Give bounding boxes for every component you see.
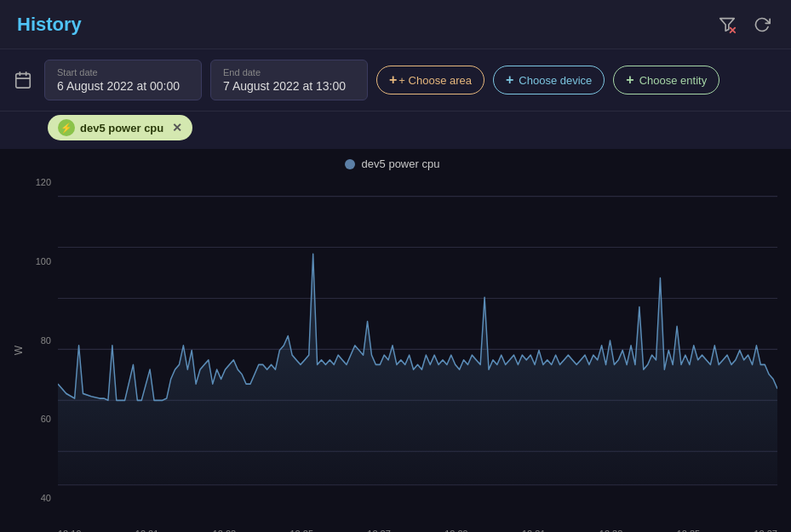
chart-fill bbox=[58, 254, 777, 484]
choose-area-button[interactable]: + + Choose area bbox=[376, 66, 484, 94]
x-label-1229: 12:29 bbox=[444, 529, 468, 532]
choose-device-button[interactable]: + Choose device bbox=[493, 66, 605, 94]
chart-legend: dev5 power cpu bbox=[7, 157, 777, 170]
start-date-value: 6 August 2022 at 00:00 bbox=[57, 79, 189, 93]
chart-area: dev5 power cpu W 120 100 80 60 40 bbox=[0, 149, 791, 532]
x-label-1233: 12:33 bbox=[599, 529, 623, 532]
app-container: History bbox=[0, 0, 791, 532]
choose-entity-button[interactable]: + Choose entity bbox=[613, 66, 719, 94]
entity-chip-icon: ⚡ bbox=[58, 119, 75, 136]
x-label-1221: 12:21 bbox=[135, 529, 159, 532]
x-label-1227: 12:27 bbox=[367, 529, 391, 532]
x-label-1235: 12:35 bbox=[677, 529, 701, 532]
y-label-60: 60 bbox=[41, 414, 51, 424]
choose-device-label: Choose device bbox=[519, 74, 592, 87]
calendar-icon bbox=[14, 71, 32, 89]
start-date-label: Start date bbox=[57, 67, 189, 77]
x-label-1223: 12:23 bbox=[213, 529, 237, 532]
x-label-1231: 12:31 bbox=[522, 529, 546, 532]
choose-entity-plus: + bbox=[626, 72, 633, 88]
chart-wrapper: W 120 100 80 60 40 bbox=[7, 177, 777, 523]
choose-device-plus: + bbox=[506, 72, 513, 88]
x-axis: 12:19 12:21 12:23 12:25 12:27 12:29 12:3… bbox=[58, 527, 777, 532]
entity-chip[interactable]: ⚡ dev5 power cpu ✕ bbox=[48, 115, 192, 140]
header: History bbox=[0, 0, 791, 49]
end-date-field[interactable]: End date 7 August 2022 at 13:00 bbox=[210, 60, 368, 100]
start-date-field[interactable]: Start date 6 August 2022 at 00:00 bbox=[44, 60, 202, 100]
end-date-label: End date bbox=[223, 67, 355, 77]
filter-x-icon bbox=[718, 15, 737, 34]
refresh-icon bbox=[754, 16, 771, 33]
active-entities-row: ⚡ dev5 power cpu ✕ bbox=[0, 112, 791, 149]
x-label-1237: 12:37 bbox=[754, 529, 777, 532]
choose-area-label: + Choose area bbox=[398, 74, 472, 87]
entity-chip-close-button[interactable]: ✕ bbox=[172, 121, 182, 134]
y-axis: 120 100 80 60 40 bbox=[31, 177, 58, 523]
legend-label: dev5 power cpu bbox=[362, 157, 440, 170]
x-label-1219: 12:19 bbox=[58, 529, 82, 532]
y-label-120: 120 bbox=[36, 177, 51, 187]
y-label-100: 100 bbox=[36, 256, 51, 266]
page-title: History bbox=[17, 14, 82, 36]
clear-filters-button[interactable] bbox=[714, 12, 740, 37]
choose-entity-label: Choose entity bbox=[639, 74, 708, 87]
end-date-value: 7 August 2022 at 13:00 bbox=[223, 79, 355, 93]
x-label-1225: 12:25 bbox=[289, 529, 313, 532]
choose-area-plus: + bbox=[389, 72, 397, 88]
y-label-40: 40 bbox=[41, 493, 51, 503]
main-chart bbox=[58, 177, 777, 523]
y-axis-unit: W bbox=[13, 346, 25, 355]
y-label-80: 80 bbox=[41, 335, 51, 346]
header-actions bbox=[714, 12, 774, 37]
y-axis-unit-container: W bbox=[7, 177, 31, 523]
svg-rect-2 bbox=[16, 74, 31, 89]
entity-chip-name: dev5 power cpu bbox=[80, 122, 163, 134]
toolbar: Start date 6 August 2022 at 00:00 End da… bbox=[0, 49, 791, 112]
legend-dot bbox=[345, 159, 355, 169]
chart-svg-container: 12:19 12:21 12:23 12:25 12:27 12:29 12:3… bbox=[58, 177, 777, 523]
refresh-button[interactable] bbox=[750, 13, 774, 37]
